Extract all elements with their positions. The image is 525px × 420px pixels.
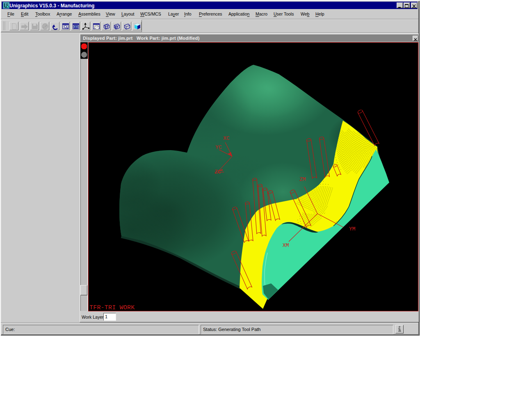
svg-text:ZC: ZC: [215, 169, 221, 175]
svg-text:XC: XC: [223, 135, 230, 142]
svg-text:TFR-TRI WORK: TFR-TRI WORK: [89, 304, 135, 311]
svg-text:YC: YC: [215, 144, 222, 151]
svg-text:ZM: ZM: [299, 176, 306, 183]
svg-text:YM: YM: [349, 226, 356, 232]
svg-text:XM: XM: [283, 242, 289, 249]
